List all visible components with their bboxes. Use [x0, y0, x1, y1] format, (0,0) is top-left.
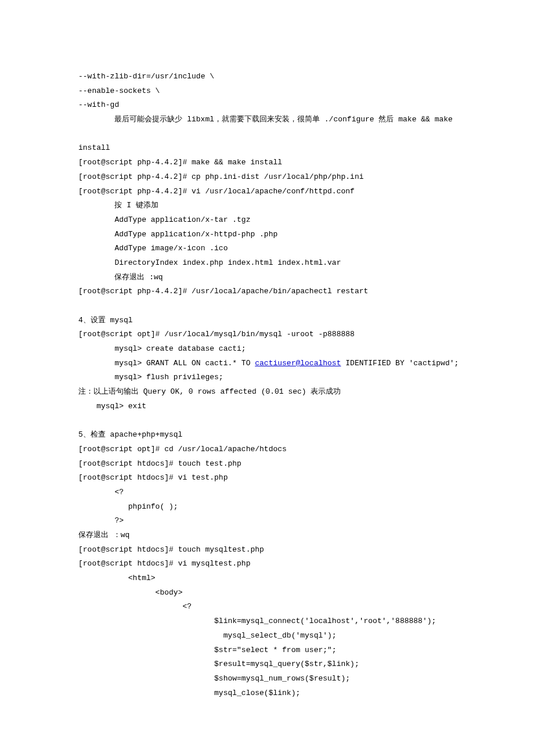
code-line: $show=mysql_num_rows($result);	[78, 672, 456, 686]
code-line	[78, 127, 456, 142]
code-line: phpinfo( );	[78, 500, 456, 514]
code-line: 5、检查 apache+php+mysql	[78, 428, 456, 442]
code-line: mysql> create database cacti;	[78, 342, 456, 357]
code-line: --with-zlib-dir=/usr/include \	[78, 70, 456, 84]
code-line: --with-gd	[78, 98, 456, 113]
code-line: [root@script php-4.4.2]# cp php.ini-dist…	[78, 170, 456, 185]
code-line: 4、设置 mysql	[78, 314, 456, 328]
code-line: AddType application/x-httpd-php .php	[78, 228, 456, 242]
code-line: install	[78, 141, 456, 156]
text-after-link: IDENTIFIED BY 'cactipwd';	[341, 359, 459, 368]
code-line: $link=mysql_connect('localhost','root','…	[78, 614, 456, 629]
code-line: mysql> flush privileges;	[78, 370, 456, 385]
code-line: <?	[78, 600, 456, 614]
code-line: AddType application/x-tar .tgz	[78, 213, 456, 228]
text-before-link: mysql> GRANT ALL ON cacti.* TO	[78, 359, 255, 368]
code-line: [root@script php-4.4.2]# make && make in…	[78, 156, 456, 170]
code-line: [root@script htdocs]# vi mysqltest.php	[78, 557, 456, 571]
code-line: [root@script php-4.4.2]# /usr/local/apac…	[78, 285, 456, 299]
code-line: <?	[78, 485, 456, 500]
code-line	[78, 414, 456, 429]
email-link[interactable]: cactiuser@localhost	[255, 359, 341, 368]
code-line: [root@script htdocs]# vi test.php	[78, 471, 456, 485]
code-line: --enable-sockets \	[78, 84, 456, 99]
code-line: DirectoryIndex index.php index.html inde…	[78, 256, 456, 271]
code-line: 按 I 键添加	[78, 199, 456, 213]
code-line: [root@script opt]# cd /usr/local/apache/…	[78, 442, 456, 457]
code-line: $str="select * from user;";	[78, 643, 456, 658]
code-line: AddType image/x-icon .ico	[78, 242, 456, 256]
code-line: 保存退出 ：wq	[78, 528, 456, 543]
code-line: 注：以上语句输出 Query OK, 0 rows affected (0.01…	[78, 385, 456, 399]
code-line: [root@script php-4.4.2]# vi /usr/local/a…	[78, 185, 456, 199]
code-line: $result=mysql_query($str,$link);	[78, 657, 456, 672]
code-line: mysql_select_db('mysql');	[78, 629, 456, 643]
document-body: --with-zlib-dir=/usr/include \--enable-s…	[78, 70, 456, 700]
code-line: [root@script htdocs]# touch mysqltest.ph…	[78, 543, 456, 557]
code-line: [root@script htdocs]# touch test.php	[78, 457, 456, 471]
code-line: mysql> exit	[78, 399, 456, 414]
code-line: ?>	[78, 514, 456, 528]
code-line: 保存退出 :wq	[78, 271, 456, 285]
code-line: 最后可能会提示缺少 libxml，就需要下载回来安装，很简单 ./configu…	[78, 113, 456, 127]
code-line: [root@script opt]# /usr/local/mysql/bin/…	[78, 327, 456, 342]
code-line: <html>	[78, 571, 456, 586]
code-line: mysql> GRANT ALL ON cacti.* TO cactiuser…	[78, 357, 456, 371]
code-line: mysql_close($link);	[78, 686, 456, 701]
code-line	[78, 299, 456, 314]
code-line: <body>	[78, 586, 456, 600]
